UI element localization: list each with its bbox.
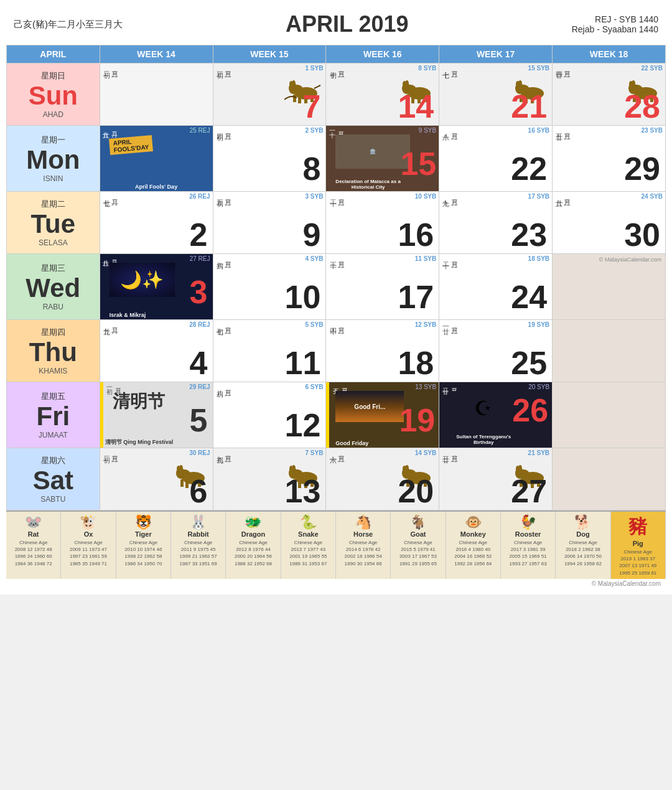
zodiac-row: 🐭 Rat Chinese Age2008 12 1972 481996 24 … xyxy=(6,510,666,579)
zodiac-rooster: 🐓 Rooster Chinese Age2017 3 1981 392005 … xyxy=(501,512,556,579)
date-cell-14: 8 SYB 三月初十 xyxy=(326,63,439,126)
col-april: APRIL xyxy=(7,45,100,63)
svg-point-63 xyxy=(405,465,409,471)
col-week16: WEEK 16 xyxy=(326,45,439,63)
day-wednesday: 星期三 Wed RABU xyxy=(7,254,100,320)
zodiac-horse: 🐴 Horse Chinese Age2014 6 1978 422002 18… xyxy=(336,512,391,579)
svg-point-36 xyxy=(632,80,635,87)
zodiac-rat: 🐭 Rat Chinese Age2008 12 1972 481996 24 … xyxy=(6,512,61,579)
date-cell-empty-wed18: © MalaysiaCalendar.com xyxy=(553,254,666,320)
date-cell-17: 11 SYB 三月十三 17 xyxy=(326,254,439,320)
date-cell-9: 3 SYB 三月初五 9 xyxy=(213,192,326,254)
zodiac-rabbit: 🐰 Rabbit Chinese Age2011 9 1975 451999 2… xyxy=(171,512,226,579)
svg-point-54 xyxy=(292,465,296,471)
date-cell-25: 19 SYB 三月廿一 25 xyxy=(439,320,553,382)
svg-point-18 xyxy=(405,80,409,87)
date-cell-10: 4 SYB 三月初六 10 xyxy=(213,254,326,320)
zodiac-tiger: 🐯 Tiger Chinese Age2010 10 1974 461998 2… xyxy=(116,512,171,579)
day-monday: 星期一 Mon ISNIN xyxy=(7,126,100,192)
date-cell-13: 7 SYB 三月初九 xyxy=(213,448,326,510)
date-cell-15: 9 SYB 三月十一 🏛️ 15 Declaration of Malacca … xyxy=(326,126,439,192)
date-cell-18: 12 SYB 三月十四 18 xyxy=(326,320,439,382)
date-cell-20: 14 SYB 三月十六 xyxy=(326,448,439,510)
date-cell-empty-thu18 xyxy=(553,320,666,382)
bottom-watermark: © MalaysiaCalendar.com xyxy=(6,579,666,588)
date-cell-8: 2 SYB 三月初四 8 xyxy=(213,126,326,192)
svg-point-8 xyxy=(292,80,296,87)
day-saturday: 星期六 Sat SABTU xyxy=(7,448,100,510)
hijri-label: REJ - SYB 1440 Rejab - Syaaban 1440 xyxy=(572,14,658,34)
calendar-header: 己亥(豬)年二月小至三月大 APRIL 2019 REJ - SYB 1440 … xyxy=(6,6,666,45)
date-cell-30: 24 SYB 三月廿六 30 xyxy=(553,192,666,254)
date-cell-5: 29 REJ 三月初一 清明节 5 清明节 Qing Ming Festival xyxy=(100,382,213,448)
date-cell-11: 5 SYB 三月初七 11 xyxy=(213,320,326,382)
date-cell-empty-sun14: 三月初二 xyxy=(100,63,213,126)
date-cell-21: 15 SYB 三月十七 xyxy=(439,63,553,126)
calendar-container: 己亥(豬)年二月小至三月大 APRIL 2019 REJ - SYB 1440 … xyxy=(0,0,672,595)
col-week18: WEEK 18 xyxy=(553,45,666,63)
zodiac-dragon: 🐲 Dragon Chinese Age2012 8 1976 442000 2… xyxy=(226,512,281,579)
date-cell-6: 30 REJ 三月初二 xyxy=(100,448,213,510)
date-cell-27: 21 SYB 三月廿三 xyxy=(439,448,553,510)
svg-point-72 xyxy=(518,465,522,471)
day-friday: 星期五 Fri JUMAAT xyxy=(7,382,100,448)
col-week15: WEEK 15 xyxy=(213,45,326,63)
zodiac-dog: 🐕 Dog Chinese Age2018 2 1982 382006 14 1… xyxy=(556,512,610,579)
date-cell-16: 10 SYB 三月十二 16 xyxy=(326,192,439,254)
zodiac-ox: 🐮 Ox Chinese Age2009 11 1973 471997 23 1… xyxy=(61,512,116,579)
day-tuesday: 星期二 Tue SELASA xyxy=(7,192,100,254)
date-cell-2: 26 REJ 二月廿七 2 xyxy=(100,192,213,254)
month-year-title: APRIL 2019 xyxy=(286,11,408,37)
day-thursday: 星期四 Thu KHAMIS xyxy=(7,320,100,382)
calendar-table: APRIL WEEK 14 WEEK 15 WEEK 16 WEEK 17 WE… xyxy=(6,45,666,510)
zodiac-monkey: 🐵 Monkey Chinese Age2016 4 1980 402004 1… xyxy=(446,512,501,579)
zodiac-pig: 豬 Pig Chinese Age2019 1 1983 372007 13 1… xyxy=(611,512,666,579)
date-cell-4: 28 REJ 二月廿九 4 xyxy=(100,320,213,382)
date-cell-28: 22 SYB 三月廿四 xyxy=(553,63,666,126)
chinese-year-label: 己亥(豬)年二月小至三月大 xyxy=(14,19,123,31)
date-cell-19: 13 SYB 三月十五 Good Fri... 19 Good Friday xyxy=(326,382,439,448)
april-fools-banner: APRILFOOLS'DAY xyxy=(109,135,153,155)
svg-rect-40 xyxy=(185,481,189,488)
date-cell-empty-fri18 xyxy=(553,382,666,448)
svg-point-45 xyxy=(179,465,183,471)
svg-rect-2 xyxy=(293,95,296,102)
svg-rect-39 xyxy=(180,479,184,487)
svg-rect-3 xyxy=(298,96,301,103)
day-sunday: 星期日 Sun AHAD xyxy=(7,63,100,126)
date-cell-22: 16 SYB 三月十八 22 xyxy=(439,126,553,192)
date-cell-12: 6 SYB 三月初八 12 xyxy=(213,382,326,448)
date-cell-empty-sat18 xyxy=(553,448,666,510)
date-cell-24: 18 SYB 三月二十 24 xyxy=(439,254,553,320)
svg-point-27 xyxy=(518,80,522,87)
col-week14: WEEK 14 xyxy=(100,45,213,63)
zodiac-goat: 🐐 Goat Chinese Age2015 5 1979 412003 17 … xyxy=(391,512,446,579)
date-cell-1: 25 REJ 二月廿六 APRILFOOLS'DAY April Fools' … xyxy=(100,126,213,192)
date-cell-7: 1 SYB 三月初三 xyxy=(213,63,326,126)
date-cell-26: 20 SYB 三月廿二 ☪ 26 Sultan of Terengganu'sB… xyxy=(439,382,553,448)
date-cell-29: 23 SYB 三月廿五 29 xyxy=(553,126,666,192)
zodiac-snake: 🐍 Snake Chinese Age2013 7 1977 432001 19… xyxy=(281,512,336,579)
date-cell-3: 27 REJ 二月廿八 🌙✨ 3 Israk & Mikraj xyxy=(100,254,213,320)
date-cell-23: 17 SYB 三月十九 23 xyxy=(439,192,553,254)
col-week17: WEEK 17 xyxy=(439,45,553,63)
